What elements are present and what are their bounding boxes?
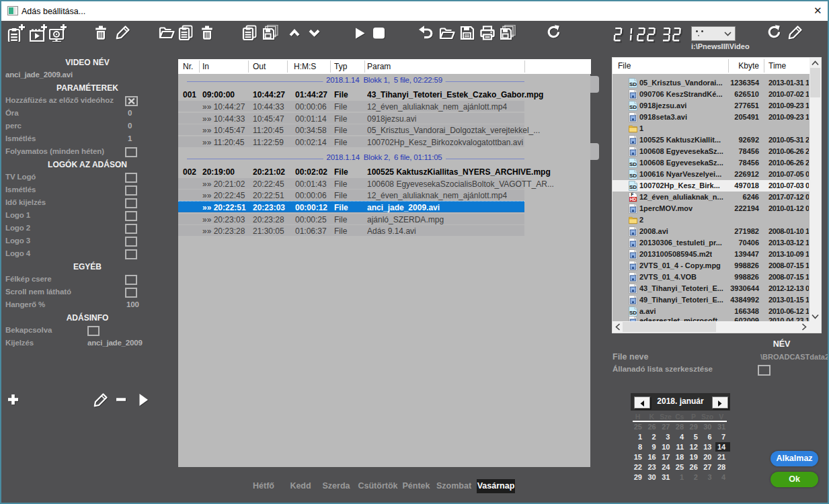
svg-text:F: F: [631, 192, 633, 197]
svg-text:SD: SD: [629, 81, 637, 87]
svg-text:SD: SD: [629, 104, 637, 110]
svg-text:SD: SD: [629, 173, 637, 179]
svg-text:SD: SD: [629, 184, 637, 190]
svg-text:SD: SD: [629, 161, 637, 167]
svg-text:HD: HD: [630, 197, 637, 202]
